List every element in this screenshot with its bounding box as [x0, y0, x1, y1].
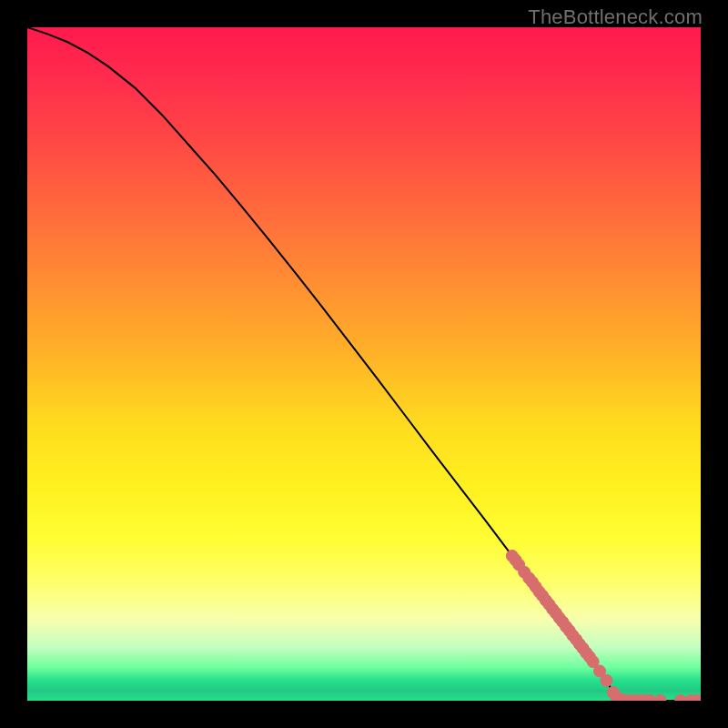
chart-svg [27, 27, 701, 701]
chart-stage: TheBottleneck.com [0, 0, 728, 728]
data-point [601, 674, 612, 686]
watermark-text: TheBottleneck.com [528, 5, 703, 29]
scatter-group [506, 550, 701, 701]
data-point [654, 695, 666, 702]
curve-path [27, 27, 701, 701]
